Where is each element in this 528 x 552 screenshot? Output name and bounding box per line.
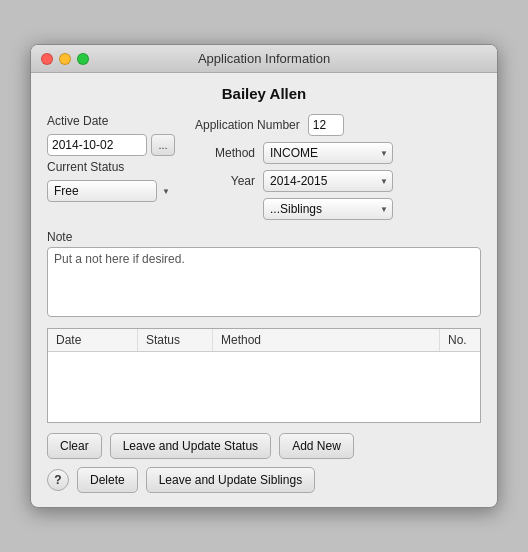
- current-status-select[interactable]: Free Paid Pending: [47, 180, 157, 202]
- right-section: Application Number Method INCOME OTHER Y…: [195, 114, 393, 220]
- year-select[interactable]: 2014-2015 2015-2016: [263, 170, 393, 192]
- note-section: Note Put a not here if desired.: [47, 230, 481, 320]
- traffic-lights: [41, 53, 89, 65]
- minimize-button[interactable]: [59, 53, 71, 65]
- siblings-select[interactable]: ...Siblings: [263, 198, 393, 220]
- leave-update-siblings-button[interactable]: Leave and Update Siblings: [146, 467, 315, 493]
- method-wrapper: INCOME OTHER: [263, 142, 393, 164]
- active-date-label: Active Date: [47, 114, 175, 128]
- table-header: Date Status Method No.: [48, 329, 480, 352]
- close-button[interactable]: [41, 53, 53, 65]
- top-section: Active Date ... Current Status Free Paid…: [47, 114, 481, 220]
- col-no: No.: [440, 329, 480, 351]
- col-method: Method: [213, 329, 440, 351]
- delete-button[interactable]: Delete: [77, 467, 138, 493]
- help-button[interactable]: ?: [47, 469, 69, 491]
- year-wrapper: 2014-2015 2015-2016: [263, 170, 393, 192]
- siblings-row: ...Siblings: [195, 198, 393, 220]
- current-status-wrapper: Free Paid Pending: [47, 180, 175, 202]
- window-body: Bailey Allen Active Date ... Current Sta…: [31, 73, 497, 507]
- app-number-row: Application Number: [195, 114, 393, 136]
- maximize-button[interactable]: [77, 53, 89, 65]
- note-textarea[interactable]: Put a not here if desired.: [47, 247, 481, 317]
- year-row: Year 2014-2015 2015-2016: [195, 170, 393, 192]
- date-picker-button[interactable]: ...: [151, 134, 175, 156]
- left-section: Active Date ... Current Status Free Paid…: [47, 114, 175, 220]
- col-date: Date: [48, 329, 138, 351]
- year-label: Year: [195, 174, 255, 188]
- history-table: Date Status Method No.: [47, 328, 481, 423]
- current-status-label: Current Status: [47, 160, 175, 174]
- siblings-wrapper: ...Siblings: [263, 198, 393, 220]
- app-number-label: Application Number: [195, 118, 300, 132]
- method-label: Method: [195, 146, 255, 160]
- clear-button[interactable]: Clear: [47, 433, 102, 459]
- active-date-input[interactable]: [47, 134, 147, 156]
- primary-button-row: Clear Leave and Update Status Add New: [47, 433, 481, 459]
- note-label: Note: [47, 230, 481, 244]
- date-row: ...: [47, 134, 175, 156]
- application-window: Application Information Bailey Allen Act…: [30, 44, 498, 508]
- add-new-button[interactable]: Add New: [279, 433, 354, 459]
- method-select[interactable]: INCOME OTHER: [263, 142, 393, 164]
- table-body: [48, 352, 480, 422]
- leave-update-button[interactable]: Leave and Update Status: [110, 433, 271, 459]
- person-name: Bailey Allen: [47, 85, 481, 102]
- method-row: Method INCOME OTHER: [195, 142, 393, 164]
- col-status: Status: [138, 329, 213, 351]
- app-number-input[interactable]: [308, 114, 344, 136]
- title-bar: Application Information: [31, 45, 497, 73]
- bottom-button-row: ? Delete Leave and Update Siblings: [47, 467, 481, 493]
- window-title: Application Information: [198, 51, 330, 66]
